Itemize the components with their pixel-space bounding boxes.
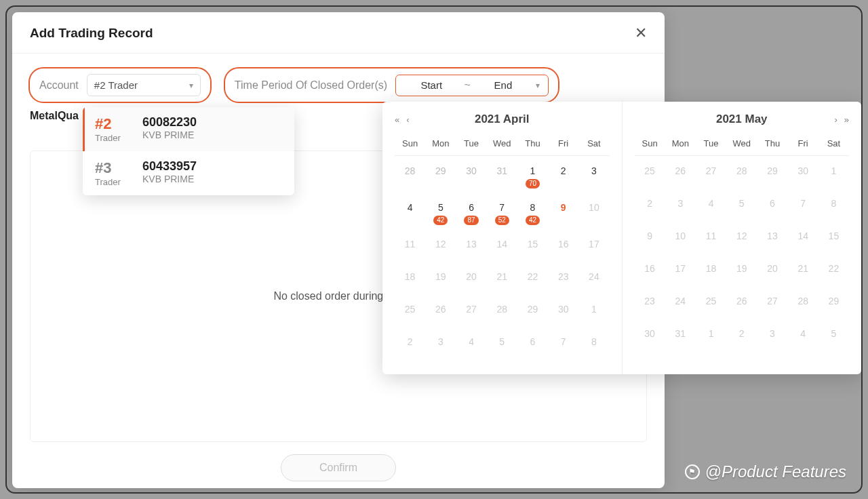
- calendar-nav-next[interactable]: › »: [834, 115, 849, 125]
- calendar-weekday: Sat: [578, 133, 609, 156]
- calendar-day[interactable]: 23: [548, 262, 578, 294]
- calendar-day[interactable]: 3: [578, 156, 609, 193]
- calendar-day[interactable]: 30: [635, 319, 665, 351]
- calendar-day[interactable]: 14: [487, 229, 517, 262]
- calendar-day[interactable]: 19: [425, 262, 456, 294]
- calendar-day[interactable]: 2: [726, 319, 757, 351]
- calendar-day[interactable]: 842: [517, 193, 548, 229]
- calendar-day[interactable]: 28: [395, 156, 425, 193]
- calendar-weekday: Mon: [665, 133, 696, 156]
- date-range-select[interactable]: Start ~ End ▾: [395, 75, 549, 96]
- calendar-day[interactable]: 5: [818, 319, 849, 351]
- calendar-day[interactable]: 26: [425, 294, 456, 327]
- calendar-day[interactable]: 4: [456, 327, 486, 359]
- calendar-day[interactable]: 27: [456, 294, 486, 327]
- calendar-day[interactable]: 542: [425, 193, 456, 229]
- calendar-day[interactable]: 27: [757, 286, 787, 319]
- calendar-day[interactable]: 6: [517, 327, 548, 359]
- chevron-right-icon[interactable]: ›: [834, 115, 837, 125]
- calendar-day[interactable]: 6: [757, 188, 787, 221]
- calendar-day[interactable]: 29: [517, 294, 548, 327]
- calendar-day[interactable]: 1: [696, 319, 726, 351]
- calendar-day[interactable]: 5: [487, 327, 517, 359]
- calendar-day[interactable]: 7: [788, 188, 818, 221]
- calendar-day[interactable]: 14: [788, 221, 818, 254]
- calendar-day[interactable]: 10: [578, 193, 609, 229]
- calendar-day[interactable]: 2: [548, 156, 578, 193]
- calendar-day[interactable]: 22: [517, 262, 548, 294]
- calendar-day[interactable]: 15: [517, 229, 548, 262]
- calendar-day[interactable]: 31: [487, 156, 517, 193]
- watermark-icon: ⚑: [685, 464, 700, 479]
- calendar-day[interactable]: 18: [395, 262, 425, 294]
- confirm-button[interactable]: Confirm: [281, 454, 396, 481]
- calendar-day[interactable]: 13: [456, 229, 486, 262]
- calendar-day[interactable]: 24: [578, 262, 609, 294]
- calendar-day[interactable]: 16: [548, 229, 578, 262]
- calendar-day[interactable]: 3: [665, 188, 696, 221]
- calendar-day[interactable]: 16: [635, 254, 665, 286]
- calendar-day[interactable]: 4: [395, 193, 425, 229]
- double-chevron-left-icon[interactable]: «: [395, 115, 399, 125]
- calendar-day[interactable]: 7: [548, 327, 578, 359]
- calendar-day[interactable]: 17: [578, 229, 609, 262]
- calendar-day[interactable]: 30: [456, 156, 486, 193]
- account-select[interactable]: #2 Trader ▾: [87, 74, 201, 96]
- calendar-day[interactable]: 31: [665, 319, 696, 351]
- calendar-day[interactable]: 10: [665, 221, 696, 254]
- calendar-day[interactable]: 15: [818, 221, 849, 254]
- calendar-nav-prev[interactable]: « ‹: [395, 115, 410, 125]
- calendar-day[interactable]: 3: [757, 319, 787, 351]
- calendar-day[interactable]: 24: [665, 286, 696, 319]
- calendar-day[interactable]: 170: [517, 156, 548, 193]
- calendar-day[interactable]: 30: [548, 294, 578, 327]
- calendar-day[interactable]: 20: [757, 254, 787, 286]
- calendar-left-title: 2021 April: [410, 113, 595, 126]
- close-icon[interactable]: ✕: [635, 24, 647, 42]
- calendar-day[interactable]: 4: [788, 319, 818, 351]
- account-option[interactable]: #2Trader60082230KVB PRIME: [83, 107, 294, 151]
- calendar-day[interactable]: 12: [425, 229, 456, 262]
- calendar-day[interactable]: 5: [726, 188, 757, 221]
- calendar-day[interactable]: 11: [696, 221, 726, 254]
- calendar-day[interactable]: 2: [395, 327, 425, 359]
- calendar-day[interactable]: 687: [456, 193, 486, 229]
- account-option[interactable]: #3Trader60433957KVB PRIME: [83, 151, 294, 195]
- calendar-left: « ‹ 2021 April ›» SunMonTueWedThuFriSat2…: [382, 102, 623, 374]
- calendar-day[interactable]: 8: [818, 188, 849, 221]
- calendar-day[interactable]: 28: [726, 156, 757, 188]
- double-chevron-right-icon[interactable]: »: [844, 115, 849, 125]
- calendar-day[interactable]: 11: [395, 229, 425, 262]
- calendar-day[interactable]: 17: [665, 254, 696, 286]
- calendar-day[interactable]: 25: [696, 286, 726, 319]
- calendar-day[interactable]: 26: [665, 156, 696, 188]
- calendar-day[interactable]: 21: [487, 262, 517, 294]
- calendar-day[interactable]: 1: [578, 294, 609, 327]
- calendar-day[interactable]: 25: [635, 156, 665, 188]
- calendar-day[interactable]: 1: [818, 156, 849, 188]
- calendar-day[interactable]: 9: [548, 193, 578, 229]
- calendar-day[interactable]: 28: [487, 294, 517, 327]
- calendar-day[interactable]: 19: [726, 254, 757, 286]
- calendar-day[interactable]: 23: [635, 286, 665, 319]
- calendar-day[interactable]: 20: [456, 262, 486, 294]
- calendar-day[interactable]: 21: [788, 254, 818, 286]
- calendar-day[interactable]: 28: [788, 286, 818, 319]
- calendar-day[interactable]: 8: [578, 327, 609, 359]
- calendar-day[interactable]: 30: [788, 156, 818, 188]
- calendar-day[interactable]: 4: [696, 188, 726, 221]
- calendar-day[interactable]: 2: [635, 188, 665, 221]
- calendar-day[interactable]: 9: [635, 221, 665, 254]
- calendar-day[interactable]: 29: [757, 156, 787, 188]
- calendar-day[interactable]: 12: [726, 221, 757, 254]
- calendar-day[interactable]: 13: [757, 221, 787, 254]
- calendar-day[interactable]: 27: [696, 156, 726, 188]
- calendar-day[interactable]: 29: [818, 286, 849, 319]
- calendar-day[interactable]: 18: [696, 254, 726, 286]
- calendar-day[interactable]: 3: [425, 327, 456, 359]
- calendar-day[interactable]: 26: [726, 286, 757, 319]
- calendar-day[interactable]: 29: [425, 156, 456, 193]
- calendar-day[interactable]: 25: [395, 294, 425, 327]
- calendar-day[interactable]: 752: [487, 193, 517, 229]
- calendar-day[interactable]: 22: [818, 254, 849, 286]
